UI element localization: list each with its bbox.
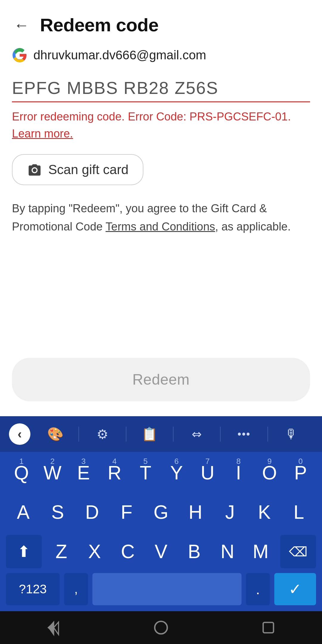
toolbar-separator-2 — [126, 427, 126, 442]
key-o[interactable]: 9O — [254, 455, 285, 491]
key-p[interactable]: 0P — [285, 455, 316, 491]
period-key[interactable]: . — [246, 573, 270, 605]
key-l[interactable]: L — [281, 494, 316, 530]
key-h[interactable]: H — [178, 494, 213, 530]
keyboard-palette-button[interactable]: 🎨 — [33, 422, 77, 446]
nav-recents-button[interactable] — [258, 617, 279, 638]
nav-home-button[interactable] — [150, 617, 172, 638]
more-icon: ••• — [238, 428, 251, 440]
keyboard-more-button[interactable]: ••• — [222, 422, 266, 446]
key-x[interactable]: X — [78, 534, 111, 569]
error-text: Error redeeming code. Error Code: PRS-PG… — [12, 110, 291, 123]
comma-key[interactable]: , — [64, 573, 88, 605]
settings-icon: ⚙ — [97, 427, 108, 442]
account-email: dhruvkumar.dv666@gmail.com — [33, 48, 206, 62]
keyboard-row-1: 1Q 2W 3E 4R 5T 6Y 7U 8I 9O 0P — [6, 455, 316, 491]
key-k[interactable]: K — [247, 494, 282, 530]
header: ← Redeem code — [12, 0, 310, 47]
symbols-label: ?123 — [19, 582, 47, 596]
symbols-key[interactable]: ?123 — [6, 573, 60, 605]
key-g[interactable]: G — [144, 494, 178, 530]
enter-key[interactable]: ✓ — [274, 573, 316, 605]
svg-point-2 — [155, 621, 167, 634]
terms-text: By tapping "Redeem", you agree to the Gi… — [12, 199, 310, 236]
scan-button-label: Scan gift card — [48, 162, 129, 177]
comma-label: , — [74, 582, 78, 596]
scan-gift-card-button[interactable]: Scan gift card — [12, 154, 143, 185]
page-title: Redeem code — [40, 14, 159, 35]
key-q[interactable]: 1Q — [6, 455, 37, 491]
keyboard-settings-button[interactable]: ⚙ — [80, 422, 124, 446]
key-b[interactable]: B — [178, 534, 211, 569]
nav-back-icon — [45, 619, 62, 636]
nav-recents-icon — [261, 620, 276, 635]
terms-link[interactable]: Terms and Conditions — [106, 220, 215, 233]
clipboard-icon: 📋 — [141, 426, 158, 442]
code-input-wrapper — [12, 75, 310, 102]
key-n[interactable]: N — [211, 534, 244, 569]
mic-icon: 🎙 — [285, 427, 298, 442]
space-key[interactable] — [92, 573, 242, 605]
key-s[interactable]: S — [41, 494, 75, 530]
key-r[interactable]: 4R — [99, 455, 130, 491]
key-z[interactable]: Z — [45, 534, 78, 569]
key-c[interactable]: C — [111, 534, 144, 569]
keyboard-row-3: ⬆ Z X C V B N M ⌫ — [6, 534, 316, 569]
toolbar-separator — [78, 427, 79, 442]
toolbar-separator-3 — [173, 427, 174, 442]
key-y[interactable]: 6Y — [161, 455, 192, 491]
content-spacer — [0, 236, 322, 358]
keyboard-toolbar: ‹ 🎨 ⚙ 📋 ⇔ ••• 🎙 — [0, 416, 322, 452]
account-row: dhruvkumar.dv666@gmail.com — [12, 47, 310, 63]
shift-icon: ⬆ — [17, 543, 30, 561]
svg-marker-1 — [47, 622, 54, 633]
terms-after-text: , as applicable. — [215, 220, 291, 233]
keyboard-mic-button[interactable]: 🎙 — [270, 422, 313, 446]
palette-icon: 🎨 — [47, 426, 64, 442]
cursor-icon: ⇔ — [192, 427, 202, 441]
nav-bar — [0, 611, 322, 644]
key-m[interactable]: M — [244, 534, 277, 569]
keyboard-clipboard-button[interactable]: 📋 — [128, 422, 171, 446]
learn-more-link[interactable]: Learn more. — [12, 127, 73, 140]
redeem-button[interactable]: Redeem — [12, 358, 310, 401]
back-button[interactable]: ← — [12, 16, 31, 35]
key-i[interactable]: 8I — [223, 455, 254, 491]
key-u[interactable]: 7U — [192, 455, 223, 491]
code-input[interactable] — [12, 75, 310, 102]
keyboard-row-2: A S D F G H J K L — [6, 494, 316, 530]
keyboard-space-row: ?123 , . ✓ — [6, 573, 316, 611]
key-j[interactable]: J — [213, 494, 247, 530]
key-e[interactable]: 3E — [68, 455, 99, 491]
keyboard-main: 1Q 2W 3E 4R 5T 6Y 7U 8I 9O 0P A S D F G … — [0, 452, 322, 611]
back-arrow-icon: ← — [14, 17, 29, 33]
backspace-icon: ⌫ — [289, 544, 307, 559]
key-w[interactable]: 2W — [37, 455, 68, 491]
nav-home-icon — [153, 619, 169, 636]
error-message: Error redeeming code. Error Code: PRS-PG… — [12, 108, 310, 142]
svg-point-0 — [33, 168, 37, 172]
toolbar-separator-5 — [267, 427, 268, 442]
period-label: . — [256, 581, 260, 597]
key-f[interactable]: F — [109, 494, 144, 530]
google-logo-icon — [12, 47, 27, 63]
key-t[interactable]: 5T — [130, 455, 161, 491]
nav-back-button[interactable] — [43, 617, 64, 638]
svg-rect-3 — [263, 623, 274, 633]
redeem-button-wrapper: Redeem — [0, 358, 322, 416]
backspace-key[interactable]: ⌫ — [280, 535, 316, 568]
toolbar-separator-4 — [220, 427, 221, 442]
key-v[interactable]: V — [144, 534, 177, 569]
keyboard-back-button[interactable]: ‹ — [9, 423, 30, 445]
key-a[interactable]: A — [6, 494, 41, 530]
shift-key[interactable]: ⬆ — [6, 535, 42, 568]
check-icon: ✓ — [289, 580, 302, 598]
key-d[interactable]: D — [75, 494, 109, 530]
keyboard-cursor-button[interactable]: ⇔ — [175, 422, 219, 446]
camera-icon — [27, 162, 42, 177]
